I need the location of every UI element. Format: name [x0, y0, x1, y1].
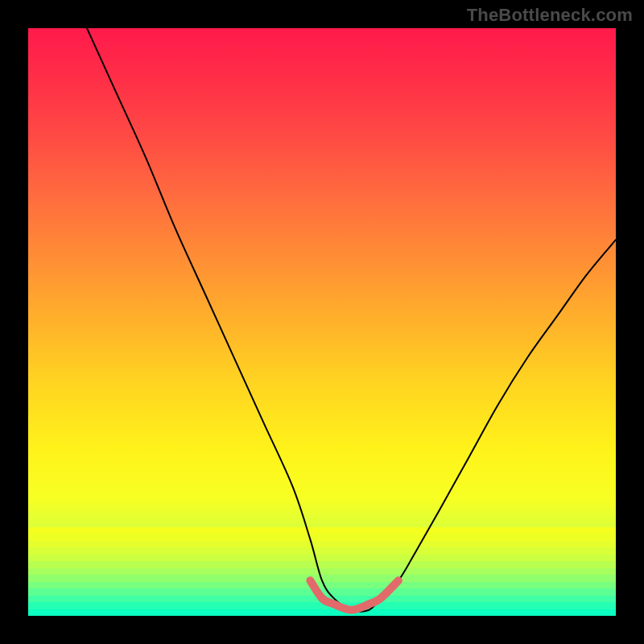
bottleneck-curve	[87, 28, 616, 612]
watermark-text: TheBottleneck.com	[467, 5, 633, 26]
chart-frame: TheBottleneck.com	[0, 0, 644, 644]
curve-layer	[28, 28, 616, 616]
plot-area	[28, 28, 616, 616]
